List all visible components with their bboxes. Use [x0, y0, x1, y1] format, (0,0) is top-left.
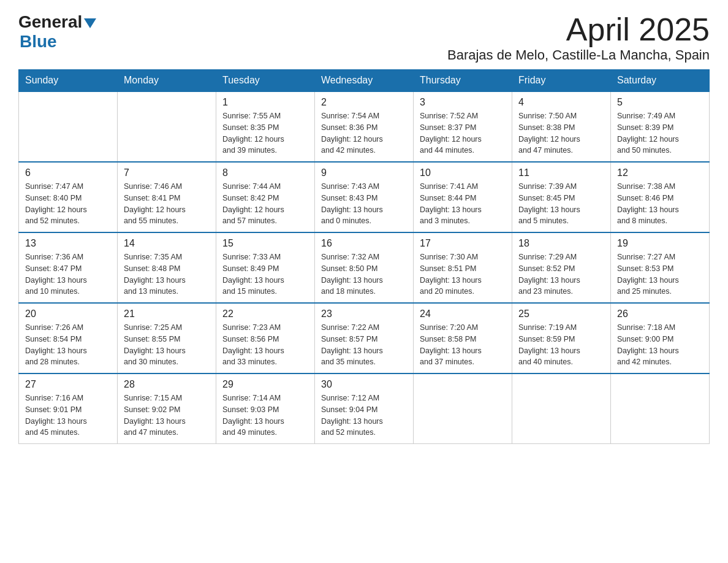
header-monday: Monday: [118, 70, 216, 92]
day-info: Sunrise: 7:29 AMSunset: 8:52 PMDaylight:…: [518, 251, 604, 297]
week-row-5: 27Sunrise: 7:16 AMSunset: 9:01 PMDayligh…: [19, 373, 710, 444]
day-number: 5: [617, 97, 703, 108]
header-thursday: Thursday: [414, 70, 512, 92]
day-info: Sunrise: 7:19 AMSunset: 8:59 PMDaylight:…: [518, 322, 604, 368]
cell-week2-day5: 11Sunrise: 7:39 AMSunset: 8:45 PMDayligh…: [512, 162, 611, 232]
day-number: 8: [222, 167, 308, 178]
cell-week1-day2: 1Sunrise: 7:55 AMSunset: 8:35 PMDaylight…: [216, 91, 315, 162]
cell-week4-day3: 23Sunrise: 7:22 AMSunset: 8:57 PMDayligh…: [315, 303, 414, 373]
day-number: 29: [222, 379, 308, 390]
cell-week5-day0: 27Sunrise: 7:16 AMSunset: 9:01 PMDayligh…: [19, 373, 118, 444]
cell-week2-day0: 6Sunrise: 7:47 AMSunset: 8:40 PMDaylight…: [19, 162, 118, 232]
cell-week4-day5: 25Sunrise: 7:19 AMSunset: 8:59 PMDayligh…: [512, 303, 611, 373]
logo-triangle-icon: [84, 18, 96, 28]
cell-week3-day4: 17Sunrise: 7:30 AMSunset: 8:51 PMDayligh…: [414, 232, 512, 303]
day-number: 7: [124, 167, 210, 178]
cell-week5-day4: [414, 373, 512, 444]
day-number: 24: [420, 308, 506, 320]
day-number: 12: [617, 167, 703, 178]
day-info: Sunrise: 7:39 AMSunset: 8:45 PMDaylight:…: [518, 181, 604, 227]
calendar-body: 1Sunrise: 7:55 AMSunset: 8:35 PMDaylight…: [19, 91, 710, 444]
header-sunday: Sunday: [19, 70, 118, 92]
header: General Blue April 2025 Barajas de Melo,…: [18, 12, 710, 63]
cell-week3-day3: 16Sunrise: 7:32 AMSunset: 8:50 PMDayligh…: [315, 232, 414, 303]
title-block: April 2025 Barajas de Melo, Castille-La …: [447, 12, 710, 63]
day-info: Sunrise: 7:25 AMSunset: 8:55 PMDaylight:…: [124, 322, 210, 368]
day-number: 17: [420, 238, 506, 249]
cell-week2-day2: 8Sunrise: 7:44 AMSunset: 8:42 PMDaylight…: [216, 162, 315, 232]
cell-week2-day6: 12Sunrise: 7:38 AMSunset: 8:46 PMDayligh…: [611, 162, 710, 232]
week-row-2: 6Sunrise: 7:47 AMSunset: 8:40 PMDaylight…: [19, 162, 710, 232]
cell-week1-day5: 4Sunrise: 7:50 AMSunset: 8:38 PMDaylight…: [512, 91, 611, 162]
day-number: 6: [25, 167, 111, 178]
logo: General Blue: [18, 12, 96, 52]
header-tuesday: Tuesday: [216, 70, 315, 92]
cell-week5-day1: 28Sunrise: 7:15 AMSunset: 9:02 PMDayligh…: [118, 373, 216, 444]
day-info: Sunrise: 7:33 AMSunset: 8:49 PMDaylight:…: [222, 251, 308, 297]
day-number: 27: [25, 379, 111, 390]
day-number: 16: [321, 238, 407, 249]
day-number: 19: [617, 238, 703, 249]
day-info: Sunrise: 7:15 AMSunset: 9:02 PMDaylight:…: [124, 393, 210, 439]
day-number: 1: [222, 97, 308, 108]
header-friday: Friday: [512, 70, 611, 92]
day-number: 21: [124, 308, 210, 320]
cell-week4-day0: 20Sunrise: 7:26 AMSunset: 8:54 PMDayligh…: [19, 303, 118, 373]
cell-week1-day4: 3Sunrise: 7:52 AMSunset: 8:37 PMDaylight…: [414, 91, 512, 162]
day-info: Sunrise: 7:54 AMSunset: 8:36 PMDaylight:…: [321, 110, 407, 156]
day-info: Sunrise: 7:16 AMSunset: 9:01 PMDaylight:…: [25, 393, 111, 439]
cell-week3-day0: 13Sunrise: 7:36 AMSunset: 8:47 PMDayligh…: [19, 232, 118, 303]
cell-week3-day2: 15Sunrise: 7:33 AMSunset: 8:49 PMDayligh…: [216, 232, 315, 303]
cell-week2-day1: 7Sunrise: 7:46 AMSunset: 8:41 PMDaylight…: [118, 162, 216, 232]
cell-week5-day3: 30Sunrise: 7:12 AMSunset: 9:04 PMDayligh…: [315, 373, 414, 444]
cell-week5-day5: [512, 373, 611, 444]
calendar-header: SundayMondayTuesdayWednesdayThursdayFrid…: [19, 70, 710, 92]
day-number: 15: [222, 238, 308, 249]
day-number: 14: [124, 238, 210, 249]
day-number: 9: [321, 167, 407, 178]
day-info: Sunrise: 7:23 AMSunset: 8:56 PMDaylight:…: [222, 322, 308, 368]
day-info: Sunrise: 7:22 AMSunset: 8:57 PMDaylight:…: [321, 322, 407, 368]
cell-week4-day6: 26Sunrise: 7:18 AMSunset: 9:00 PMDayligh…: [611, 303, 710, 373]
cell-week3-day5: 18Sunrise: 7:29 AMSunset: 8:52 PMDayligh…: [512, 232, 611, 303]
day-number: 23: [321, 308, 407, 320]
day-info: Sunrise: 7:30 AMSunset: 8:51 PMDaylight:…: [420, 251, 506, 297]
week-row-3: 13Sunrise: 7:36 AMSunset: 8:47 PMDayligh…: [19, 232, 710, 303]
week-row-4: 20Sunrise: 7:26 AMSunset: 8:54 PMDayligh…: [19, 303, 710, 373]
day-info: Sunrise: 7:32 AMSunset: 8:50 PMDaylight:…: [321, 251, 407, 297]
day-number: 2: [321, 97, 407, 108]
cell-week1-day0: [19, 91, 118, 162]
day-number: 4: [518, 97, 604, 108]
day-info: Sunrise: 7:38 AMSunset: 8:46 PMDaylight:…: [617, 181, 703, 227]
cell-week1-day1: [118, 91, 216, 162]
day-info: Sunrise: 7:44 AMSunset: 8:42 PMDaylight:…: [222, 181, 308, 227]
header-wednesday: Wednesday: [315, 70, 414, 92]
cell-week4-day2: 22Sunrise: 7:23 AMSunset: 8:56 PMDayligh…: [216, 303, 315, 373]
day-info: Sunrise: 7:36 AMSunset: 8:47 PMDaylight:…: [25, 251, 111, 297]
week-row-1: 1Sunrise: 7:55 AMSunset: 8:35 PMDaylight…: [19, 91, 710, 162]
cell-week2-day4: 10Sunrise: 7:41 AMSunset: 8:44 PMDayligh…: [414, 162, 512, 232]
day-info: Sunrise: 7:20 AMSunset: 8:58 PMDaylight:…: [420, 322, 506, 368]
day-info: Sunrise: 7:55 AMSunset: 8:35 PMDaylight:…: [222, 110, 308, 156]
day-number: 28: [124, 379, 210, 390]
day-info: Sunrise: 7:52 AMSunset: 8:37 PMDaylight:…: [420, 110, 506, 156]
day-number: 10: [420, 167, 506, 178]
calendar-table: SundayMondayTuesdayWednesdayThursdayFrid…: [18, 69, 710, 444]
day-number: 26: [617, 308, 703, 320]
day-number: 11: [518, 167, 604, 178]
day-number: 18: [518, 238, 604, 249]
cell-week1-day3: 2Sunrise: 7:54 AMSunset: 8:36 PMDaylight…: [315, 91, 414, 162]
day-info: Sunrise: 7:50 AMSunset: 8:38 PMDaylight:…: [518, 110, 604, 156]
cell-week3-day6: 19Sunrise: 7:27 AMSunset: 8:53 PMDayligh…: [611, 232, 710, 303]
day-info: Sunrise: 7:18 AMSunset: 9:00 PMDaylight:…: [617, 322, 703, 368]
day-info: Sunrise: 7:46 AMSunset: 8:41 PMDaylight:…: [124, 181, 210, 227]
day-info: Sunrise: 7:14 AMSunset: 9:03 PMDaylight:…: [222, 393, 308, 439]
day-number: 13: [25, 238, 111, 249]
day-info: Sunrise: 7:49 AMSunset: 8:39 PMDaylight:…: [617, 110, 703, 156]
cell-week5-day2: 29Sunrise: 7:14 AMSunset: 9:03 PMDayligh…: [216, 373, 315, 444]
day-info: Sunrise: 7:47 AMSunset: 8:40 PMDaylight:…: [25, 181, 111, 227]
day-number: 30: [321, 379, 407, 390]
day-info: Sunrise: 7:43 AMSunset: 8:43 PMDaylight:…: [321, 181, 407, 227]
cell-week4-day1: 21Sunrise: 7:25 AMSunset: 8:55 PMDayligh…: [118, 303, 216, 373]
cell-week3-day1: 14Sunrise: 7:35 AMSunset: 8:48 PMDayligh…: [118, 232, 216, 303]
